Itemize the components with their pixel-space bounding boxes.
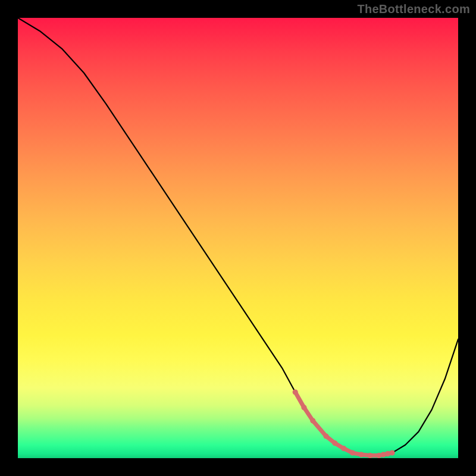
optimal-range-dot [310,418,315,424]
curve-layer [18,18,458,458]
optimal-range-dot [341,446,346,451]
bottleneck-curve [18,18,458,456]
optimal-range-dot [332,440,337,446]
optimal-range-dot [359,452,364,457]
optimal-range-dot [389,450,394,456]
optimal-range-dot [323,433,328,439]
plot-area [18,18,458,458]
optimal-range-dot [301,405,306,410]
optimal-range-dot [293,389,298,394]
optimal-range-dot [350,450,355,456]
chart-frame: TheBottleneck.com [0,0,476,476]
watermark-label: TheBottleneck.com [357,2,470,16]
optimal-range-dots [293,389,395,458]
optimal-range-dot [367,453,372,458]
